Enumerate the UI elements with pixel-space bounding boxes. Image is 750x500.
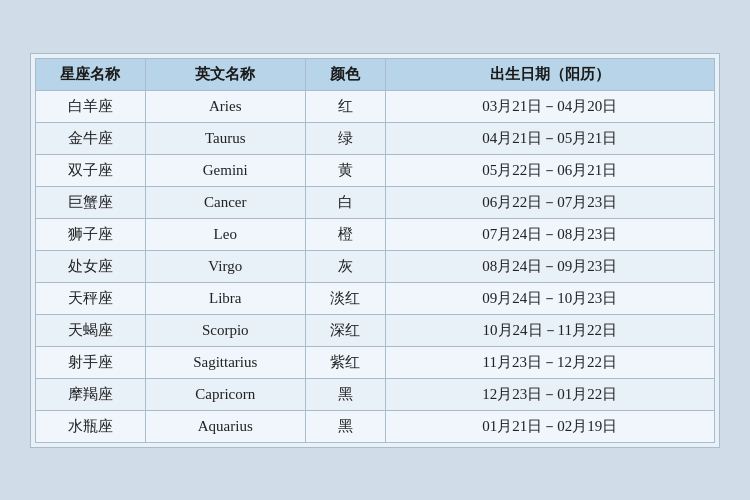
cell-english: Libra: [145, 282, 305, 314]
cell-date: 08月24日－09月23日: [385, 250, 714, 282]
header-chinese: 星座名称: [36, 58, 146, 90]
table-row: 白羊座Aries红03月21日－04月20日: [36, 90, 715, 122]
cell-date: 06月22日－07月23日: [385, 186, 714, 218]
cell-chinese: 天蝎座: [36, 314, 146, 346]
cell-english: Sagittarius: [145, 346, 305, 378]
cell-color: 红: [305, 90, 385, 122]
cell-english: Capricorn: [145, 378, 305, 410]
cell-date: 10月24日－11月22日: [385, 314, 714, 346]
cell-english: Leo: [145, 218, 305, 250]
cell-english: Aquarius: [145, 410, 305, 442]
cell-chinese: 射手座: [36, 346, 146, 378]
table-header-row: 星座名称 英文名称 颜色 出生日期（阳历）: [36, 58, 715, 90]
table-row: 天蝎座Scorpio深红10月24日－11月22日: [36, 314, 715, 346]
cell-english: Aries: [145, 90, 305, 122]
table-row: 摩羯座Capricorn黑12月23日－01月22日: [36, 378, 715, 410]
cell-date: 01月21日－02月19日: [385, 410, 714, 442]
table-row: 水瓶座Aquarius黑01月21日－02月19日: [36, 410, 715, 442]
cell-color: 灰: [305, 250, 385, 282]
table-body: 白羊座Aries红03月21日－04月20日金牛座Taurus绿04月21日－0…: [36, 90, 715, 442]
cell-date: 03月21日－04月20日: [385, 90, 714, 122]
cell-english: Gemini: [145, 154, 305, 186]
table-row: 金牛座Taurus绿04月21日－05月21日: [36, 122, 715, 154]
cell-chinese: 摩羯座: [36, 378, 146, 410]
cell-chinese: 金牛座: [36, 122, 146, 154]
cell-english: Virgo: [145, 250, 305, 282]
cell-chinese: 水瓶座: [36, 410, 146, 442]
cell-chinese: 狮子座: [36, 218, 146, 250]
cell-color: 黑: [305, 378, 385, 410]
cell-date: 04月21日－05月21日: [385, 122, 714, 154]
cell-date: 07月24日－08月23日: [385, 218, 714, 250]
cell-color: 深红: [305, 314, 385, 346]
cell-chinese: 巨蟹座: [36, 186, 146, 218]
table-row: 巨蟹座Cancer白06月22日－07月23日: [36, 186, 715, 218]
cell-english: Taurus: [145, 122, 305, 154]
cell-color: 白: [305, 186, 385, 218]
table-row: 双子座Gemini黄05月22日－06月21日: [36, 154, 715, 186]
table-row: 处女座Virgo灰08月24日－09月23日: [36, 250, 715, 282]
cell-color: 紫红: [305, 346, 385, 378]
header-date: 出生日期（阳历）: [385, 58, 714, 90]
header-english: 英文名称: [145, 58, 305, 90]
cell-color: 橙: [305, 218, 385, 250]
table-row: 狮子座Leo橙07月24日－08月23日: [36, 218, 715, 250]
cell-chinese: 处女座: [36, 250, 146, 282]
cell-date: 05月22日－06月21日: [385, 154, 714, 186]
header-color: 颜色: [305, 58, 385, 90]
table-row: 天秤座Libra淡红09月24日－10月23日: [36, 282, 715, 314]
cell-color: 黑: [305, 410, 385, 442]
cell-color: 淡红: [305, 282, 385, 314]
table-row: 射手座Sagittarius紫红11月23日－12月22日: [36, 346, 715, 378]
cell-color: 绿: [305, 122, 385, 154]
zodiac-table: 星座名称 英文名称 颜色 出生日期（阳历） 白羊座Aries红03月21日－04…: [35, 58, 715, 443]
cell-date: 09月24日－10月23日: [385, 282, 714, 314]
cell-chinese: 白羊座: [36, 90, 146, 122]
cell-date: 12月23日－01月22日: [385, 378, 714, 410]
cell-english: Scorpio: [145, 314, 305, 346]
zodiac-table-container: 星座名称 英文名称 颜色 出生日期（阳历） 白羊座Aries红03月21日－04…: [30, 53, 720, 448]
cell-chinese: 天秤座: [36, 282, 146, 314]
cell-date: 11月23日－12月22日: [385, 346, 714, 378]
cell-english: Cancer: [145, 186, 305, 218]
cell-color: 黄: [305, 154, 385, 186]
cell-chinese: 双子座: [36, 154, 146, 186]
